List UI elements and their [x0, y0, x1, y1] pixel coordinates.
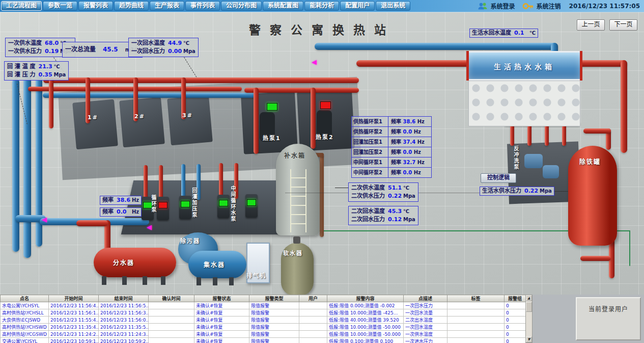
pump-frequency-row: 回灌加压泵1 频率 37.4 Hz: [352, 137, 431, 147]
menu-tab[interactable]: 参数一览: [43, 1, 77, 11]
scroll-down-icon[interactable]: [526, 336, 532, 342]
pump-frequency-row: 供热循环泵2 频率 0.0 Hz: [352, 127, 431, 137]
system-logout-button[interactable]: 系统注销: [537, 2, 561, 10]
alarm-row[interactable]: 交通公寓\YCJSYL 2016/12/23 10:59:1... 2016/1…: [1, 338, 526, 343]
alarm-row[interactable]: 高村供热站\YCHSLL 2016/12/23 11:56:1... 2016/…: [1, 309, 526, 316]
cell-tag: [447, 338, 505, 343]
pipe-red: [580, 256, 611, 261]
alarm-row[interactable]: 高村供热站\YCGSWD 2016/12/23 11:24:2... 2016/…: [1, 331, 526, 338]
secondary-supply-box: 二次供水温度51.1℃ 二次供水压力0.22Mpa: [348, 182, 418, 202]
menu-tab-label: 能耗分析: [310, 2, 334, 9]
cell-alarm-type: 限值报警: [249, 302, 299, 309]
pump-frequency-row: 中间循环泵2 频率 0.0 Hz: [352, 168, 431, 177]
flow-arrow-icon: [42, 216, 47, 223]
alarm-scrollbar[interactable]: [525, 295, 533, 343]
alarm-row[interactable]: 水电公寓\YCHSYL 2016/12/23 11:56:4... 2016/1…: [1, 302, 526, 309]
label-circulation-pump: 循环泵: [150, 195, 157, 213]
label-heat-pump-2: 热泵2: [316, 133, 334, 141]
pipe-red: [583, 128, 611, 134]
menu-tab[interactable]: 工艺流程图: [1, 1, 42, 11]
col-point-name[interactable]: 点名: [1, 295, 49, 302]
menu-tab[interactable]: 报警列表: [78, 1, 113, 11]
pump-name: 回灌加压泵1: [352, 137, 388, 147]
col-end-time[interactable]: 结束时间: [99, 295, 149, 302]
cell-alarm-group: 0: [505, 309, 526, 316]
circulation-pump-2: [157, 197, 169, 220]
menu-tab[interactable]: 系统配置图: [263, 1, 303, 11]
cell-point-desc: 一次进水压力: [404, 338, 447, 343]
cell-user: [299, 302, 327, 309]
cell-end-time: 2016/12/23 11:35:5...: [99, 324, 149, 331]
menu-tab[interactable]: 配置用户: [340, 1, 375, 11]
alarm-row[interactable]: 大良供热\ECJSWD 2016/12/23 11:55:4... 2016/1…: [1, 316, 526, 324]
status-led-red: [158, 202, 167, 208]
cell-end-time: 2016/12/23 10:59:2...: [99, 338, 149, 343]
col-point-desc[interactable]: 点描述: [404, 295, 447, 302]
makeup-tank-ladder: [290, 169, 306, 232]
cell-start-time: 2016/12/23 11:56:4...: [49, 302, 99, 309]
col-alarm-group[interactable]: 报警组: [505, 295, 526, 302]
cell-tag: [447, 331, 505, 338]
cell-point-desc: 二次出水温度: [404, 316, 447, 324]
pipe-red: [159, 165, 163, 201]
cell-point-name: 高村供热站\YCHSWD: [1, 324, 49, 331]
cell-point-desc: 一次回水压力: [404, 302, 447, 309]
menu-tab-label: 事件列表: [190, 2, 215, 9]
label-mid-circulation-pump: 中间循环水泵: [229, 186, 237, 222]
pump-frequency: 频率 0.0 Hz: [388, 168, 431, 177]
recharge-pump-1: [179, 196, 191, 219]
collector-leg: [213, 277, 217, 285]
cell-alarm-state: 未确认#恢复: [194, 338, 249, 343]
col-alarm-content[interactable]: 报警内容: [327, 295, 404, 302]
backwash-pump-body: [543, 165, 559, 178]
station-title: 警察公寓换热站: [0, 20, 644, 38]
menu-tab[interactable]: 趋势曲线: [114, 1, 149, 11]
cell-start-time: 2016/12/23 11:56:1...: [49, 309, 99, 316]
pipe-red: [219, 163, 223, 199]
cell-tag: [447, 316, 505, 324]
menu-tab[interactable]: 生产报表: [150, 1, 184, 11]
system-login-button[interactable]: 系统登录: [491, 2, 515, 10]
control-logic-button[interactable]: 控制逻辑: [481, 173, 516, 183]
col-ack-time[interactable]: 确认时间: [149, 295, 194, 302]
menu-tab-label: 系统配置图: [268, 2, 298, 9]
pipe-brown: [320, 153, 324, 237]
cell-alarm-type: 限值报警: [249, 338, 299, 343]
label-exhaust-fan: 排气机: [246, 271, 266, 279]
cell-end-time: 2016/12/23 11:56:0...: [99, 316, 149, 324]
menu-tab[interactable]: 公司分布图: [221, 1, 262, 11]
pipe-red: [49, 77, 53, 128]
scroll-up-icon[interactable]: [526, 295, 532, 301]
users-icon: [478, 2, 488, 10]
cell-tag: [447, 324, 505, 331]
prev-page-button[interactable]: 上一页: [577, 19, 605, 31]
pump-name: 供热循环泵1: [352, 117, 388, 126]
col-tag[interactable]: 标签: [447, 295, 505, 302]
cell-alarm-content: 低报:限值 0.100;测量值 0.100: [327, 338, 404, 343]
pump-frequency: 频率 37.4 Hz: [388, 137, 431, 147]
col-start-time[interactable]: 开始时间: [49, 295, 99, 302]
alarm-table: 点名 开始时间 结束时间 确认时间 报警状态 报警类型 用户 报警内容 点描述 …: [0, 295, 526, 343]
alarm-row[interactable]: 高村供热站\YCHSWD 2016/12/23 11:35:4... 2016/…: [1, 324, 526, 331]
cell-start-time: 2016/12/23 11:55:4...: [49, 316, 99, 324]
col-alarm-type[interactable]: 报警类型: [249, 295, 299, 302]
scroll-thumb[interactable]: [526, 302, 532, 312]
label-hot-water-tank: 生活热水水箱: [466, 61, 582, 71]
col-user[interactable]: 用户: [299, 295, 327, 302]
status-led-green: [247, 199, 256, 206]
label-exchanger-2: 2#: [134, 113, 145, 120]
pipe-red: [311, 88, 316, 149]
backwash-pump-body: [524, 154, 543, 168]
pipe-red: [43, 77, 359, 83]
menu-tab[interactable]: 能耗分析: [304, 1, 339, 11]
cell-alarm-content: 低报:限值 0.000;测量值 -0.002: [327, 302, 404, 309]
menu-tab[interactable]: 退出系统: [376, 1, 410, 11]
next-page-button[interactable]: 下一页: [609, 19, 637, 31]
pipe-red: [76, 220, 108, 226]
pipe-blue: [43, 93, 257, 98]
col-alarm-state[interactable]: 报警状态: [194, 295, 249, 302]
menu-right: 系统登录 系统注销 2016/12/23 11:57:05: [478, 2, 644, 10]
mid-circulation-pump-1: [217, 195, 230, 218]
pump-name: 中间循环泵1: [352, 157, 388, 167]
menu-tab[interactable]: 事件列表: [185, 1, 220, 11]
